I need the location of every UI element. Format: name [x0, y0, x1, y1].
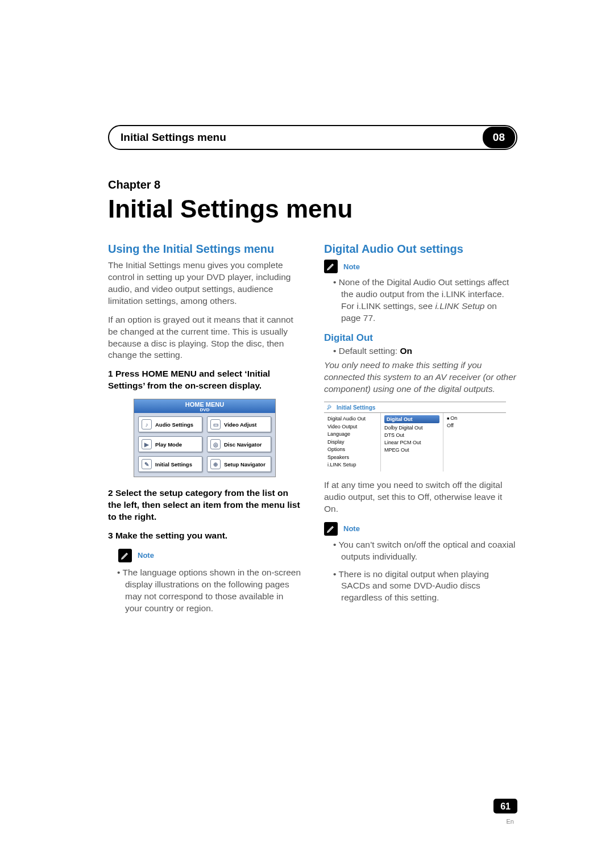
after-figure-paragraph: If at any time you need to switch off th… [324, 479, 517, 515]
home-menu-subtitle: DVD [134, 408, 275, 412]
monitor-icon: ▭ [210, 419, 221, 429]
step-1: 1 Press HOME MENU and select ‘Initial Se… [108, 368, 301, 392]
hm-disc-navigator: ◎Disc Navigator [207, 436, 271, 452]
disc-icon: ◎ [210, 439, 221, 449]
intro-paragraph-2: If an option is grayed out it means that… [108, 314, 301, 362]
hm-setup-navigator: ⊕Setup Navigator [207, 456, 271, 472]
chapter-number-badge: 08 [483, 127, 515, 148]
manual-page: Initial Settings menu 08 Chapter 8 Initi… [0, 0, 614, 620]
left-column: Using the Initial Settings menu The Init… [108, 241, 301, 620]
is-title: Initial Settings [337, 404, 375, 411]
note-label: Note [343, 262, 360, 271]
note-row-right-1: Note [324, 260, 517, 273]
is-option-on: On [447, 415, 503, 421]
is-title-row: Initial Settings [324, 402, 506, 413]
pencil-icon [324, 522, 338, 536]
section-heading-digital-audio: Digital Audio Out settings [324, 241, 517, 256]
is-option-off: Off [447, 423, 503, 428]
home-menu-grid: ♪Audio Settings ▭Video Adjust ▶Play Mode… [134, 413, 276, 477]
is-items: Digital Out Dolby Digital Out DTS Out Li… [381, 413, 443, 471]
is-item-head: Digital Out [384, 415, 439, 423]
hm-video-adjust: ▭Video Adjust [207, 416, 271, 432]
default-setting-line: Default setting: On [324, 346, 517, 356]
note-label: Note [343, 524, 360, 533]
chapter-title: Initial Settings menu [108, 195, 517, 223]
hm-audio-settings: ♪Audio Settings [138, 416, 202, 432]
note-row-left: Note [118, 549, 301, 562]
is-categories: Digital Audio Out Video Output Language … [324, 413, 381, 471]
speaker-icon: ♪ [142, 419, 152, 429]
hm-initial-settings: ✎Initial Settings [138, 456, 202, 472]
note2-bullet-2: There is no digital output when playing … [324, 569, 517, 604]
note-row-right-2: Note [324, 522, 517, 536]
note-label: Note [138, 551, 154, 560]
chapter-header-title: Initial Settings menu [121, 131, 226, 144]
italic-paragraph: You only need to make this setting if yo… [324, 360, 517, 395]
wrench-icon: ✎ [142, 459, 152, 469]
section-heading-using: Using the Initial Settings menu [108, 241, 301, 256]
note-bullet-left: The language options shown in the on-scr… [108, 567, 301, 615]
pencil-icon [118, 549, 132, 562]
chapter-header-bar: Initial Settings menu 08 [108, 125, 517, 150]
home-menu-figure: HOME MENU DVD ♪Audio Settings ▭Video Adj… [134, 399, 276, 477]
step-2: 2 Select the setup category from the lis… [108, 487, 301, 523]
home-menu-header: HOME MENU DVD [134, 399, 276, 413]
is-grid: Digital Audio Out Video Output Language … [324, 413, 506, 471]
page-language: En [507, 818, 514, 825]
initial-settings-figure: Initial Settings Digital Audio Out Video… [324, 402, 506, 471]
chapter-label: Chapter 8 [108, 178, 517, 191]
is-options: On Off [443, 413, 506, 471]
right-column: Digital Audio Out settings Note None of … [324, 241, 517, 620]
wrench-icon [326, 404, 333, 411]
intro-paragraph-1: The Initial Settings menu gives you comp… [108, 260, 301, 307]
compass-icon: ⊕ [210, 459, 221, 469]
page-number-badge: 61 [493, 799, 517, 813]
note2-bullet-1: You can’t switch on/off the optical and … [324, 539, 517, 563]
play-icon: ▶ [142, 439, 152, 449]
sub-heading-digital-out: Digital Out [324, 332, 517, 344]
pencil-icon [324, 260, 338, 273]
hm-play-mode: ▶Play Mode [138, 436, 202, 452]
step-3: 3 Make the setting you want. [108, 530, 301, 542]
two-column-layout: Using the Initial Settings menu The Init… [108, 241, 517, 620]
note1-bullet: None of the Digital Audio Out settings a… [324, 277, 517, 324]
